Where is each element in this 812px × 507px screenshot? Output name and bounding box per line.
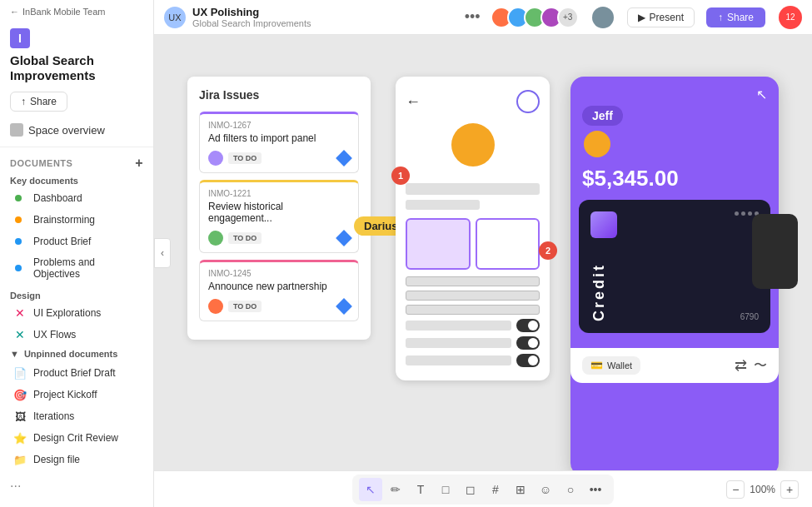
brainstorming-icon bbox=[13, 213, 27, 226]
more-tools-button[interactable]: ••• bbox=[584, 478, 607, 501]
zoom-out-button[interactable]: − bbox=[726, 480, 745, 499]
grid-tool-button[interactable]: # bbox=[484, 478, 507, 501]
sidebar-item-ux-flows[interactable]: ✕ UX Flows bbox=[3, 325, 150, 345]
topbar-share-button[interactable]: ↑ Share bbox=[706, 7, 765, 27]
sidebar-collapse-button[interactable]: ‹ bbox=[154, 238, 171, 268]
brainstorming-label: Brainstorming bbox=[33, 214, 95, 226]
toggle-2[interactable] bbox=[516, 336, 540, 350]
issue-status-3: TO DO bbox=[228, 301, 262, 312]
toggle-line-1 bbox=[406, 321, 511, 331]
present-button[interactable]: ▶ Present bbox=[627, 7, 695, 27]
product-brief-draft-icon: 📄 bbox=[13, 366, 27, 380]
topbar-title: UX Polishing Global Search Improvements bbox=[192, 6, 311, 28]
dashboard-label: Dashboard bbox=[33, 192, 82, 204]
topbar-collaborators: +3 bbox=[491, 7, 579, 28]
issue-footer-3: TO DO bbox=[208, 299, 350, 314]
issue-avatar-3 bbox=[208, 299, 223, 314]
profile-sub-wireframe bbox=[406, 200, 480, 210]
sidebar-item-project-kickoff[interactable]: 🎯 Project Kickoff bbox=[3, 385, 150, 405]
issue-footer-1: TO DO bbox=[208, 151, 350, 166]
profile-line-1 bbox=[406, 276, 540, 286]
product-brief-icon bbox=[13, 235, 27, 248]
topbar-doc-title: UX Polishing bbox=[192, 6, 311, 18]
badge-1: 1 bbox=[391, 167, 410, 185]
toggle-line-2 bbox=[406, 338, 511, 348]
profile-two-col bbox=[406, 218, 540, 270]
topbar-more-button[interactable]: ••• bbox=[461, 8, 484, 26]
profile-toggle-row-1 bbox=[406, 319, 540, 332]
sticky-tool-button[interactable]: ◻ bbox=[459, 478, 482, 501]
shape-tool-button[interactable]: □ bbox=[434, 478, 457, 501]
jeff-avatar bbox=[584, 131, 610, 157]
wallet-button[interactable]: 💳 Wallet bbox=[582, 356, 640, 375]
notification-badge[interactable]: 12 bbox=[779, 6, 802, 29]
profile-toggle-row-2 bbox=[406, 336, 540, 350]
topbar: UX UX Polishing Global Search Improvemen… bbox=[154, 0, 812, 35]
comment-tool-button[interactable]: ○ bbox=[559, 478, 582, 501]
jeff-name-label: Jeff bbox=[592, 109, 613, 122]
issue-title-3: Announce new partnership bbox=[208, 281, 350, 292]
issue-title-1: Ad filters to import panel bbox=[208, 132, 350, 144]
sidebar-item-problems[interactable]: Problems and Objectives bbox=[3, 253, 150, 283]
sidebar-item-product-brief-draft[interactable]: 📄 Product Brief Draft bbox=[3, 363, 150, 383]
ui-explorations-icon: ✕ bbox=[13, 306, 27, 320]
design-section-label: Design bbox=[0, 287, 153, 302]
design-file-icon: 📁 bbox=[13, 453, 27, 466]
toggle-line-3 bbox=[406, 355, 511, 365]
sidebar-item-brainstorming[interactable]: Brainstorming bbox=[3, 210, 150, 230]
sidebar-item-iterations[interactable]: 🖼 Iterations bbox=[3, 406, 150, 426]
card-number: 6790 bbox=[740, 312, 759, 321]
ux-flows-label: UX Flows bbox=[33, 329, 76, 340]
sidebar-item-design-crit[interactable]: ⭐ Design Crit Review bbox=[3, 428, 150, 448]
issue-status-2: TO DO bbox=[228, 232, 262, 244]
add-document-button[interactable]: + bbox=[135, 156, 143, 171]
profile-line-3 bbox=[406, 305, 540, 315]
sidebar-more-button[interactable]: ... bbox=[0, 470, 153, 495]
sidebar-back-button[interactable]: ← InBank Mobile Team bbox=[0, 0, 153, 23]
cursor-indicator: ↖ bbox=[582, 87, 767, 102]
present-play-icon: ▶ bbox=[638, 12, 645, 23]
share-up-icon: ↑ bbox=[718, 12, 723, 23]
select-tool-button[interactable]: ↖ bbox=[359, 478, 382, 501]
cards-section: Credit 6790 bbox=[570, 200, 779, 348]
pen-tool-button[interactable]: ✏ bbox=[384, 478, 407, 501]
space-overview-label: Space overview bbox=[28, 124, 105, 137]
profile-card: ← bbox=[396, 77, 550, 380]
sidebar-item-dashboard[interactable]: Dashboard bbox=[3, 188, 150, 208]
frame-tool-button[interactable]: ⊞ bbox=[509, 478, 532, 501]
text-tool-button[interactable]: T bbox=[409, 478, 432, 501]
credit-card: Credit 6790 bbox=[579, 200, 770, 333]
design-crit-icon: ⭐ bbox=[13, 431, 27, 445]
unpinned-toggle[interactable]: ▼ Unpinned documents bbox=[0, 345, 153, 362]
product-brief-draft-label: Product Brief Draft bbox=[33, 367, 116, 379]
sidebar-share-area: ↑ Share bbox=[10, 92, 143, 112]
topbar-doc-avatar: UX bbox=[164, 7, 186, 28]
unpinned-arrow-icon: ▼ bbox=[10, 349, 19, 359]
jira-issue-1: INMO-1267 Ad filters to import panel TO … bbox=[199, 112, 359, 173]
issue-diamond-1 bbox=[336, 150, 352, 167]
sidebar-item-ui-explorations[interactable]: ✕ UI Explorations bbox=[3, 303, 150, 323]
jira-issues-card: Jira Issues INMO-1267 Ad filters to impo… bbox=[187, 77, 371, 340]
toggle-1[interactable] bbox=[516, 319, 540, 332]
card-dot-2 bbox=[741, 211, 745, 216]
back-arrow-icon: ← bbox=[10, 7, 19, 17]
badge-2: 2 bbox=[539, 241, 557, 260]
toolbar-spacer-right: − 100% + bbox=[614, 480, 799, 499]
sidebar-item-design-file[interactable]: 📁 Design file bbox=[3, 450, 150, 470]
design-file-label: Design file bbox=[33, 454, 80, 465]
zoom-in-button[interactable]: + bbox=[780, 480, 799, 499]
issue-diamond-2 bbox=[336, 230, 352, 246]
sidebar-item-product-brief[interactable]: Product Brief bbox=[3, 231, 150, 251]
design-crit-label: Design Crit Review bbox=[33, 432, 118, 444]
issue-title-2: Review historical engagement... bbox=[208, 201, 350, 224]
toggle-3[interactable] bbox=[516, 354, 540, 367]
share-button[interactable]: ↑ Share bbox=[10, 92, 67, 112]
zoom-level-label: 100% bbox=[750, 484, 775, 495]
issue-footer-2: TO DO bbox=[208, 231, 350, 246]
emoji-tool-button[interactable]: ☺ bbox=[534, 478, 557, 501]
space-overview-item[interactable]: Space overview bbox=[0, 117, 153, 143]
problems-icon bbox=[13, 261, 27, 275]
credit-card-text: Credit bbox=[590, 263, 608, 321]
profile-back-arrow[interactable]: ← bbox=[406, 93, 421, 111]
card-dot-1 bbox=[735, 211, 739, 216]
